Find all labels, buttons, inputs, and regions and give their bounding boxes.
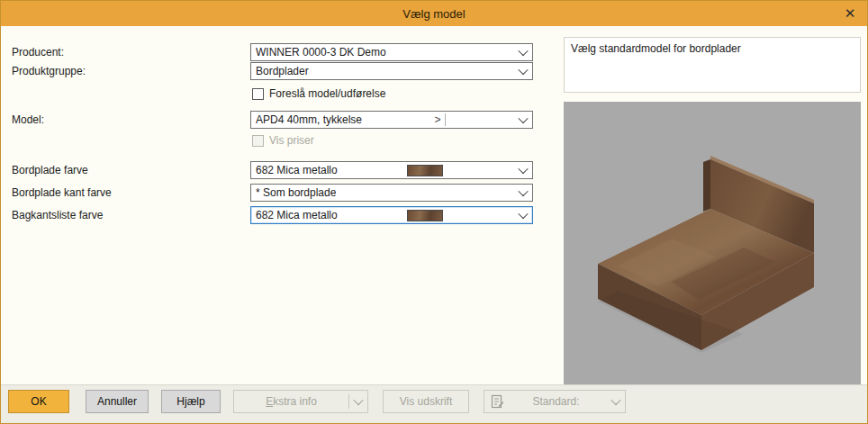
produktgruppe-value: Bordplader xyxy=(256,65,309,77)
bordplade-farve-value: 682 Mica metallo xyxy=(256,164,338,176)
hjaelp-button-label: Hjælp xyxy=(176,395,204,408)
chevron-down-icon xyxy=(514,185,532,201)
close-button[interactable]: ✕ xyxy=(840,1,860,26)
close-icon: ✕ xyxy=(845,5,856,22)
bordplade-kant-farve-dropdown[interactable]: * Som bordplade xyxy=(250,184,533,202)
annuller-button[interactable]: Annuller xyxy=(86,390,149,413)
standard-dropdown-label: Standard: xyxy=(505,395,607,408)
dialog-window: Vælg model ✕ Producent: Produktgruppe: M… xyxy=(0,0,868,424)
chevron-down-icon xyxy=(607,391,625,412)
dialog-title: Vælg model xyxy=(402,7,465,21)
bordplade-farve-dropdown[interactable]: 682 Mica metallo xyxy=(250,161,533,179)
foresla-checkbox-label: Foreslå model/udførelse xyxy=(269,87,385,100)
model-value: APD4 40mm, tykkelse xyxy=(256,113,362,126)
preview-caption-box: Vælg standardmodel for bordplader xyxy=(564,37,861,93)
produktgruppe-dropdown[interactable]: Bordplader xyxy=(250,62,533,80)
wood-color-swatch xyxy=(407,210,443,221)
model-label: Model: xyxy=(12,111,44,129)
preview-caption: Vælg standardmodel for bordplader xyxy=(571,42,741,55)
foresla-checkbox[interactable] xyxy=(252,88,264,100)
vis-priser-checkbox xyxy=(252,135,264,147)
model-preview-area xyxy=(564,102,861,385)
producent-label: Producent: xyxy=(12,43,64,61)
vis-priser-checkbox-label: Vis priser xyxy=(269,134,314,147)
producent-value: WINNER 0000-3 DK Demo xyxy=(256,46,386,59)
bagkantsliste-farve-value: 682 Mica metallo xyxy=(256,209,338,221)
producent-dropdown[interactable]: WINNER 0000-3 DK Demo xyxy=(250,43,533,61)
expand-right-glyph: > xyxy=(431,113,445,126)
dialog-titlebar: Vælg model xyxy=(1,1,867,26)
button-bar: OK Annuller Hjælp Ekstra info Vis udskri… xyxy=(1,384,867,423)
ok-button[interactable]: OK xyxy=(8,390,69,413)
vis-udskrift-button: Vis udskrift xyxy=(383,390,469,413)
produktgruppe-label: Produktgruppe: xyxy=(12,62,86,80)
model-dropdown[interactable]: APD4 40mm, tykkelse > xyxy=(250,111,533,129)
hjaelp-button[interactable]: Hjælp xyxy=(161,390,221,413)
countertop-3d-preview xyxy=(564,102,861,385)
ok-button-label: OK xyxy=(31,395,46,408)
bagkantsliste-farve-dropdown[interactable]: 682 Mica metallo xyxy=(250,206,533,224)
ekstra-info-button-label: Ekstra info xyxy=(234,395,348,408)
bordplade-kant-farve-value: * Som bordplade xyxy=(256,186,336,199)
ekstra-info-button: Ekstra info xyxy=(233,390,368,413)
bordplade-kant-farve-label: Bordplade kant farve xyxy=(12,184,112,202)
vis-priser-checkbox-row: Vis priser xyxy=(252,133,314,148)
bagkantsliste-farve-label: Bagkantsliste farve xyxy=(12,206,103,224)
chevron-down-icon xyxy=(514,63,532,79)
bordplade-farve-label: Bordplade farve xyxy=(12,161,88,179)
document-icon xyxy=(490,394,505,410)
chevron-down-icon xyxy=(514,207,532,223)
vis-udskrift-button-label: Vis udskrift xyxy=(400,395,452,408)
chevron-down-icon xyxy=(514,112,532,128)
foresla-checkbox-row: Foreslå model/udførelse xyxy=(252,86,385,101)
annuller-button-label: Annuller xyxy=(97,395,137,408)
dropdown-separator xyxy=(445,113,446,126)
standard-dropdown: Standard: xyxy=(484,390,626,413)
wood-color-swatch xyxy=(407,165,443,176)
chevron-down-icon xyxy=(349,391,367,412)
chevron-down-icon xyxy=(514,162,532,178)
chevron-down-icon xyxy=(514,44,532,60)
